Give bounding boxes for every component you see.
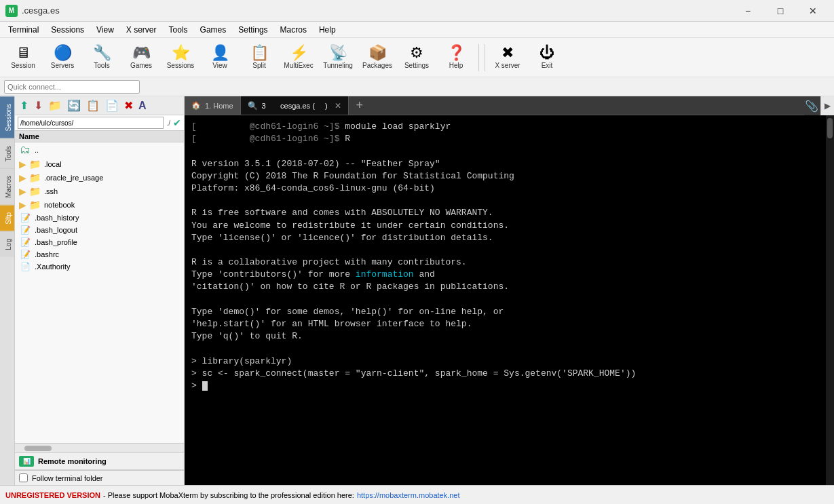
menu-item-sessions[interactable]: Sessions (45, 24, 90, 36)
toolbar-btn-tools[interactable]: 🔧Tools (83, 40, 121, 75)
file-name: .bash_history (35, 214, 79, 222)
toolbar-btn-x server[interactable]: ✖X server (489, 40, 527, 75)
toolbar-btn-tunneling[interactable]: 📡Tunneling (319, 40, 357, 75)
file-newfolder-btn[interactable]: 📁 (46, 98, 64, 113)
file-icon: 📄 (19, 262, 31, 271)
toolbar-btn-settings[interactable]: ⚙Settings (398, 40, 436, 75)
file-list-header: Name (15, 131, 184, 142)
menu-item-macros[interactable]: Macros (275, 24, 312, 36)
title-bar-left: M .cesga.es (5, 5, 60, 17)
file-upload-btn[interactable]: ⬆ (18, 98, 31, 113)
terminal-content[interactable]: [ @cdh61-login6 ~]$ module load sparklyr… (185, 115, 826, 485)
terminal-line: Type 'demo()' for some demos, 'help()' f… (191, 306, 819, 318)
sidebar-item-tools[interactable]: Tools (0, 138, 14, 168)
toolbar-label-sessions: Sessions (167, 62, 195, 69)
toolbar-btn-sessions[interactable]: ⭐Sessions (162, 40, 200, 75)
status-link[interactable]: https://mobaxterm.mobatek.net (357, 491, 460, 499)
window-controls: − □ ✕ (732, 0, 829, 22)
file-font-btn[interactable]: A (136, 98, 149, 113)
menu-item-games[interactable]: Games (195, 24, 232, 36)
tab-close-btn[interactable]: ✕ (335, 101, 341, 111)
toolbar-btn-servers[interactable]: 🔵Servers (43, 40, 81, 75)
menu-item-terminal[interactable]: Terminal (3, 24, 44, 36)
toolbar-label-packages: Packages (362, 62, 392, 69)
tab-scroll-right[interactable]: ▶ (820, 96, 834, 115)
vertical-tabs: Sessions Tools Macros Sftp Log (0, 96, 15, 485)
terminal-line (191, 145, 819, 157)
tab-terminal-label: 3 cesga.es ( ) (262, 102, 328, 110)
toolbar-label-settings: Settings (404, 62, 429, 69)
toolbar-btn-games[interactable]: 🎮Games (122, 40, 160, 75)
file-horizontal-scrollbar[interactable] (15, 443, 184, 452)
follow-terminal-container: Follow terminal folder (15, 470, 184, 485)
list-item[interactable]: 📝 .bash_logout (15, 224, 184, 236)
follow-terminal-checkbox[interactable] (19, 473, 28, 482)
toolbar-icon-view: 👤 (211, 45, 229, 60)
list-item[interactable]: 📄 .Xauthority (15, 260, 184, 273)
file-toolbar: ⬆ ⬇ 📁 🔄 📋 📄 ✖ A (15, 96, 184, 115)
window-title: .cesga.es (22, 5, 60, 16)
new-tab-btn[interactable]: + (350, 96, 369, 115)
toolbar-icon-settings: ⚙ (410, 45, 423, 60)
list-item[interactable]: 🗂 .. (15, 142, 184, 157)
file-path-input[interactable] (18, 117, 164, 129)
toolbar-label-tools: Tools (94, 62, 109, 69)
toolbar-btn-session[interactable]: 🖥Session (4, 40, 42, 75)
toolbar-btn-help[interactable]: ❓Help (437, 40, 475, 75)
toolbar-btn-split[interactable]: 📋Split (240, 40, 278, 75)
terminal-area: 🏠 1. Home 🔍 3 cesga.es ( ) ✕ + ▶ 📎 [ @cd… (185, 96, 834, 485)
toolbar-label-multiexec: MultiExec (284, 62, 313, 69)
file-name: .. (35, 146, 39, 154)
file-newfile-btn[interactable]: 📄 (103, 98, 121, 113)
list-item[interactable]: ▶ 📁 .oracle_jre_usage (15, 171, 184, 185)
sidebar-item-sftp[interactable]: Sftp (0, 205, 14, 231)
list-item[interactable]: 📝 .bashrc (15, 248, 184, 260)
terminal-line: 'help.start()' for an HTML browser inter… (191, 318, 819, 330)
toolbar-icon-tools: 🔧 (93, 45, 111, 60)
toolbar-separator (485, 44, 485, 71)
terminal-line: Copyright (C) 2018 The R Foundation for … (191, 170, 819, 182)
toolbar-icon-games: 🎮 (132, 45, 151, 60)
tab-home[interactable]: 🏠 1. Home (185, 96, 241, 115)
tab-terminal[interactable]: 🔍 3 cesga.es ( ) ✕ (241, 96, 349, 115)
terminal-line: [ @cdh61-login6 ~]$ R (191, 133, 819, 145)
menu-item-help[interactable]: Help (314, 24, 341, 36)
list-item[interactable]: 📝 .bash_profile (15, 236, 184, 248)
list-item[interactable]: ▶ 📁 .ssh (15, 185, 184, 198)
file-path-ok[interactable]: ✔ (173, 117, 181, 128)
sidebar-item-macros[interactable]: Macros (0, 168, 14, 205)
maximize-button[interactable]: □ (765, 0, 796, 22)
sidebar-item-log[interactable]: Log (0, 231, 14, 257)
terminal-scrollbar[interactable] (826, 115, 834, 485)
minimize-button[interactable]: − (732, 0, 763, 22)
quick-connect-input[interactable] (4, 80, 140, 94)
file-refresh-btn[interactable]: 🔄 (65, 98, 83, 113)
file-download-btn[interactable]: ⬇ (32, 98, 45, 113)
menu-item-tools[interactable]: Tools (164, 24, 193, 36)
text-file-icon: 📝 (19, 225, 31, 235)
file-delete-btn[interactable]: ✖ (122, 98, 135, 113)
remote-monitoring-btn[interactable]: 📊 Remote monitoring (15, 452, 184, 470)
terminal-cursor (202, 381, 208, 391)
terminal-line: Type 'contributors()' for more informati… (191, 269, 819, 281)
terminal-line: You are welcome to redistribute it under… (191, 220, 819, 232)
remote-monitoring-icon: 📊 (19, 456, 34, 467)
toolbar-btn-multiexec[interactable]: ⚡MultiExec (280, 40, 318, 75)
text-file-icon: 📝 (19, 237, 31, 247)
list-item[interactable]: ▶ 📁 .local (15, 157, 184, 171)
menu-item-settings[interactable]: Settings (233, 24, 273, 36)
menu-item-view[interactable]: View (91, 24, 119, 36)
list-item[interactable]: ▶ 📁 notebook (15, 198, 184, 212)
toolbar-btn-view[interactable]: 👤View (201, 40, 239, 75)
title-bar: M .cesga.es − □ ✕ (0, 0, 834, 22)
toolbar-btn-packages[interactable]: 📦Packages (358, 40, 396, 75)
list-item[interactable]: 📝 .bash_history (15, 212, 184, 224)
file-copy-btn[interactable]: 📋 (84, 98, 102, 113)
toolbar-btn-exit[interactable]: ⏻Exit (528, 40, 566, 75)
close-button[interactable]: ✕ (797, 0, 829, 22)
follow-terminal-label: Follow terminal folder (32, 474, 103, 482)
sidebar-item-sessions[interactable]: Sessions (0, 96, 14, 138)
attachment-icon[interactable]: 📎 (804, 96, 819, 115)
menu-item-x server[interactable]: X server (121, 24, 162, 36)
toolbar-icon-sessions: ⭐ (172, 45, 190, 60)
